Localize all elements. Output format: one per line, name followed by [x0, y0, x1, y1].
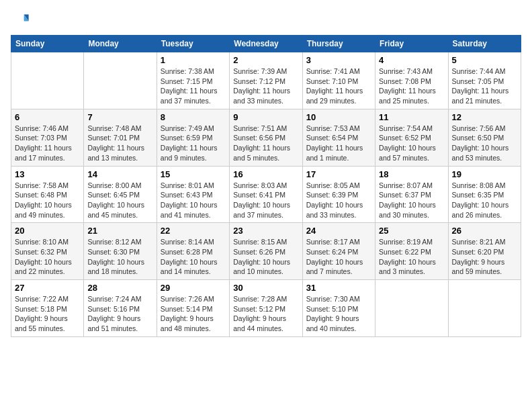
calendar-cell: 2Sunrise: 7:39 AMSunset: 7:12 PMDaylight…: [230, 52, 302, 109]
day-number: 14: [87, 169, 152, 179]
day-number: 25: [379, 226, 444, 236]
day-number: 24: [306, 226, 371, 236]
day-number: 27: [15, 283, 80, 293]
weekday-header: Friday: [375, 36, 448, 52]
day-info: Sunrise: 8:19 AMSunset: 6:22 PMDaylight:…: [379, 237, 444, 277]
calendar-week-row: 1Sunrise: 7:38 AMSunset: 7:15 PMDaylight…: [11, 52, 521, 109]
day-info: Sunrise: 7:51 AMSunset: 6:56 PMDaylight:…: [233, 124, 298, 163]
page-header: [11, 11, 521, 30]
day-info: Sunrise: 7:30 AMSunset: 5:10 PMDaylight:…: [306, 294, 371, 334]
logo: [11, 11, 32, 30]
day-info: Sunrise: 7:24 AMSunset: 5:16 PMDaylight:…: [87, 294, 152, 334]
day-number: 18: [379, 169, 444, 179]
day-number: 16: [233, 169, 298, 179]
day-info: Sunrise: 7:22 AMSunset: 5:18 PMDaylight:…: [15, 294, 80, 334]
weekday-header: Monday: [84, 36, 157, 52]
day-info: Sunrise: 7:26 AMSunset: 5:14 PMDaylight:…: [161, 294, 226, 334]
day-number: 10: [306, 112, 371, 122]
day-number: 4: [379, 55, 444, 65]
calendar-cell: 15Sunrise: 8:01 AMSunset: 6:43 PMDayligh…: [157, 166, 229, 223]
day-info: Sunrise: 7:39 AMSunset: 7:12 PMDaylight:…: [233, 66, 298, 106]
weekday-header: Sunday: [11, 36, 84, 52]
day-number: 3: [306, 55, 371, 65]
day-info: Sunrise: 8:17 AMSunset: 6:24 PMDaylight:…: [306, 237, 371, 277]
day-info: Sunrise: 8:21 AMSunset: 6:20 PMDaylight:…: [452, 237, 517, 277]
day-info: Sunrise: 8:08 AMSunset: 6:35 PMDaylight:…: [452, 181, 517, 220]
calendar-cell: [84, 52, 157, 109]
calendar-cell: 13Sunrise: 7:58 AMSunset: 6:48 PMDayligh…: [11, 166, 84, 223]
day-number: 8: [161, 112, 226, 122]
day-number: 15: [161, 169, 226, 179]
day-info: Sunrise: 7:53 AMSunset: 6:54 PMDaylight:…: [306, 124, 371, 163]
calendar-week-row: 20Sunrise: 8:10 AMSunset: 6:32 PMDayligh…: [11, 223, 521, 280]
calendar-body: 1Sunrise: 7:38 AMSunset: 7:15 PMDaylight…: [11, 52, 521, 337]
day-info: Sunrise: 8:15 AMSunset: 6:26 PMDaylight:…: [233, 237, 298, 277]
day-number: 19: [452, 169, 517, 179]
calendar-week-row: 13Sunrise: 7:58 AMSunset: 6:48 PMDayligh…: [11, 166, 521, 223]
calendar-cell: 24Sunrise: 8:17 AMSunset: 6:24 PMDayligh…: [302, 223, 375, 280]
weekday-header: Tuesday: [157, 36, 229, 52]
day-info: Sunrise: 8:14 AMSunset: 6:28 PMDaylight:…: [161, 237, 226, 277]
calendar-cell: 30Sunrise: 7:28 AMSunset: 5:12 PMDayligh…: [230, 280, 302, 337]
day-number: 12: [452, 112, 517, 122]
day-number: 21: [87, 226, 152, 236]
calendar-cell: 9Sunrise: 7:51 AMSunset: 6:56 PMDaylight…: [230, 109, 302, 166]
calendar-cell: 7Sunrise: 7:48 AMSunset: 7:01 PMDaylight…: [84, 109, 157, 166]
day-number: 6: [15, 112, 80, 122]
day-info: Sunrise: 7:41 AMSunset: 7:10 PMDaylight:…: [306, 66, 371, 106]
day-info: Sunrise: 7:49 AMSunset: 6:59 PMDaylight:…: [161, 124, 226, 163]
day-info: Sunrise: 7:43 AMSunset: 7:08 PMDaylight:…: [379, 66, 444, 106]
calendar-cell: [448, 280, 521, 337]
day-number: 26: [452, 226, 517, 236]
weekday-header: Wednesday: [230, 36, 302, 52]
logo-icon: [11, 11, 30, 30]
calendar-cell: 20Sunrise: 8:10 AMSunset: 6:32 PMDayligh…: [11, 223, 84, 280]
day-info: Sunrise: 7:28 AMSunset: 5:12 PMDaylight:…: [233, 294, 298, 334]
calendar-cell: 26Sunrise: 8:21 AMSunset: 6:20 PMDayligh…: [448, 223, 521, 280]
calendar-table: SundayMondayTuesdayWednesdayThursdayFrid…: [11, 35, 521, 337]
day-number: 1: [161, 55, 226, 65]
day-number: 13: [15, 169, 80, 179]
calendar-cell: 25Sunrise: 8:19 AMSunset: 6:22 PMDayligh…: [375, 223, 448, 280]
day-number: 22: [161, 226, 226, 236]
day-info: Sunrise: 8:00 AMSunset: 6:45 PMDaylight:…: [87, 181, 152, 220]
calendar-cell: 1Sunrise: 7:38 AMSunset: 7:15 PMDaylight…: [157, 52, 229, 109]
day-info: Sunrise: 8:07 AMSunset: 6:37 PMDaylight:…: [379, 181, 444, 220]
day-number: 17: [306, 169, 371, 179]
calendar-cell: 27Sunrise: 7:22 AMSunset: 5:18 PMDayligh…: [11, 280, 84, 337]
day-number: 23: [233, 226, 298, 236]
day-info: Sunrise: 7:44 AMSunset: 7:05 PMDaylight:…: [452, 66, 517, 106]
calendar-cell: 5Sunrise: 7:44 AMSunset: 7:05 PMDaylight…: [448, 52, 521, 109]
calendar-cell: [11, 52, 84, 109]
calendar-cell: 23Sunrise: 8:15 AMSunset: 6:26 PMDayligh…: [230, 223, 302, 280]
calendar-cell: 22Sunrise: 8:14 AMSunset: 6:28 PMDayligh…: [157, 223, 229, 280]
calendar-header: SundayMondayTuesdayWednesdayThursdayFrid…: [11, 36, 521, 52]
calendar-cell: 17Sunrise: 8:05 AMSunset: 6:39 PMDayligh…: [302, 166, 375, 223]
calendar-cell: 29Sunrise: 7:26 AMSunset: 5:14 PMDayligh…: [157, 280, 229, 337]
day-number: 29: [161, 283, 226, 293]
calendar-cell: 14Sunrise: 8:00 AMSunset: 6:45 PMDayligh…: [84, 166, 157, 223]
day-number: 20: [15, 226, 80, 236]
day-info: Sunrise: 7:56 AMSunset: 6:50 PMDaylight:…: [452, 124, 517, 163]
day-info: Sunrise: 7:46 AMSunset: 7:03 PMDaylight:…: [15, 124, 80, 163]
calendar-cell: 31Sunrise: 7:30 AMSunset: 5:10 PMDayligh…: [302, 280, 375, 337]
day-number: 9: [233, 112, 298, 122]
day-number: 2: [233, 55, 298, 65]
calendar-cell: 18Sunrise: 8:07 AMSunset: 6:37 PMDayligh…: [375, 166, 448, 223]
day-number: 7: [87, 112, 152, 122]
day-info: Sunrise: 8:12 AMSunset: 6:30 PMDaylight:…: [87, 237, 152, 277]
calendar-cell: 4Sunrise: 7:43 AMSunset: 7:08 PMDaylight…: [375, 52, 448, 109]
calendar-cell: 16Sunrise: 8:03 AMSunset: 6:41 PMDayligh…: [230, 166, 302, 223]
day-info: Sunrise: 7:58 AMSunset: 6:48 PMDaylight:…: [15, 181, 80, 220]
calendar-cell: 10Sunrise: 7:53 AMSunset: 6:54 PMDayligh…: [302, 109, 375, 166]
day-number: 28: [87, 283, 152, 293]
calendar-cell: 11Sunrise: 7:54 AMSunset: 6:52 PMDayligh…: [375, 109, 448, 166]
weekday-header: Thursday: [302, 36, 375, 52]
day-number: 31: [306, 283, 371, 293]
day-info: Sunrise: 7:48 AMSunset: 7:01 PMDaylight:…: [87, 124, 152, 163]
calendar-cell: 6Sunrise: 7:46 AMSunset: 7:03 PMDaylight…: [11, 109, 84, 166]
calendar-cell: [375, 280, 448, 337]
calendar-cell: 3Sunrise: 7:41 AMSunset: 7:10 PMDaylight…: [302, 52, 375, 109]
day-number: 11: [379, 112, 444, 122]
day-info: Sunrise: 8:05 AMSunset: 6:39 PMDaylight:…: [306, 181, 371, 220]
